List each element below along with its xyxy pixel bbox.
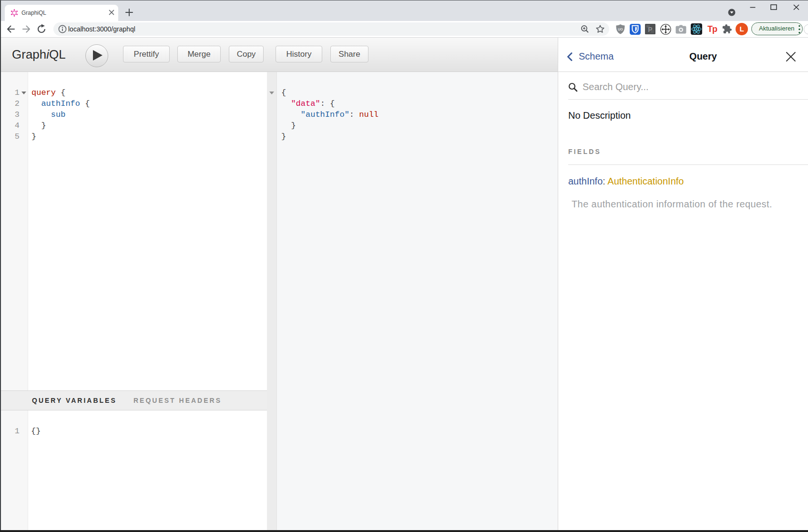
svg-text:P: P	[648, 26, 652, 33]
svg-text:UO: UO	[618, 28, 623, 31]
